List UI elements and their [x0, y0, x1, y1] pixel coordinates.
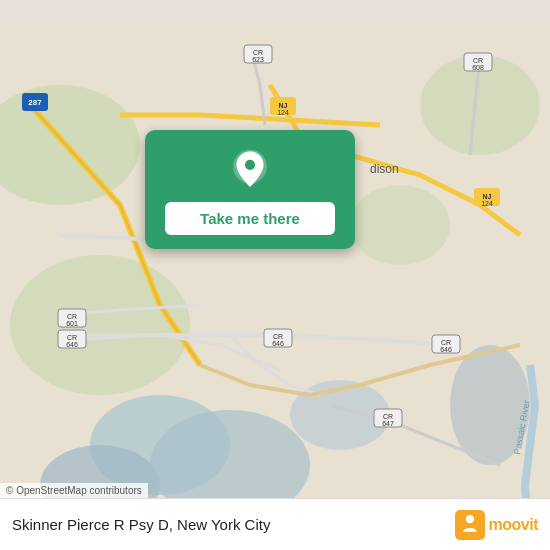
svg-text:dison: dison	[370, 162, 399, 176]
svg-text:623: 623	[252, 56, 264, 63]
svg-text:CR: CR	[253, 49, 263, 56]
svg-text:CR: CR	[273, 333, 283, 340]
svg-text:CR: CR	[67, 334, 77, 341]
copyright-bar: © OpenStreetMap contributors	[0, 483, 148, 498]
take-me-there-button[interactable]: Take me there	[165, 202, 335, 235]
svg-text:608: 608	[472, 64, 484, 71]
copyright-text: © OpenStreetMap contributors	[6, 485, 142, 496]
svg-text:646: 646	[272, 340, 284, 347]
svg-text:NJ: NJ	[483, 193, 492, 200]
green-card: Take me there	[145, 130, 355, 249]
take-me-there-container: Take me there	[145, 130, 355, 249]
svg-point-4	[10, 255, 190, 395]
svg-point-3	[350, 185, 450, 265]
moovit-logo-icon	[455, 510, 485, 540]
svg-text:647: 647	[382, 420, 394, 427]
svg-text:NJ: NJ	[279, 102, 288, 109]
svg-text:CR: CR	[441, 339, 451, 346]
svg-text:601: 601	[66, 320, 78, 327]
location-title: Skinner Pierce R Psy D, New York City	[12, 516, 270, 533]
moovit-text: moovit	[489, 516, 538, 534]
svg-text:287: 287	[28, 98, 42, 107]
svg-rect-48	[455, 510, 485, 540]
svg-text:124: 124	[277, 109, 289, 116]
svg-text:CR: CR	[383, 413, 393, 420]
svg-text:CR: CR	[473, 57, 483, 64]
svg-text:646: 646	[440, 346, 452, 353]
location-pin-icon	[228, 148, 272, 192]
map-background: 287 NJ 124 NJ 124 CR 623 CR 608 CR 601 C…	[0, 0, 550, 550]
svg-point-49	[465, 515, 473, 523]
svg-text:CR: CR	[67, 313, 77, 320]
bottom-bar: Skinner Pierce R Psy D, New York City mo…	[0, 498, 550, 550]
svg-point-47	[245, 160, 255, 170]
svg-text:124: 124	[481, 200, 493, 207]
moovit-logo: moovit	[455, 510, 538, 540]
svg-text:646: 646	[66, 341, 78, 348]
map-container: 287 NJ 124 NJ 124 CR 623 CR 608 CR 601 C…	[0, 0, 550, 550]
